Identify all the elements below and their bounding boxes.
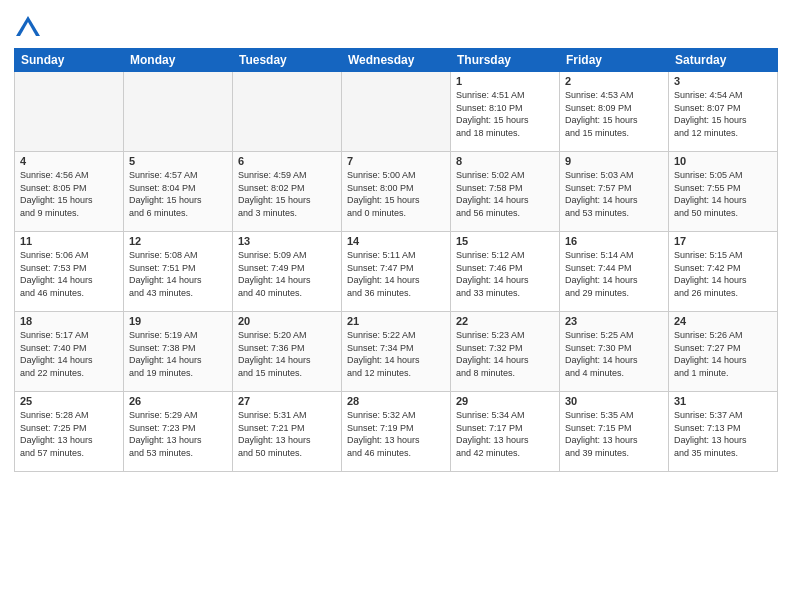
day-number: 2	[565, 75, 663, 87]
weekday-header-thursday: Thursday	[451, 49, 560, 72]
day-cell	[342, 72, 451, 152]
day-cell	[15, 72, 124, 152]
weekday-header-saturday: Saturday	[669, 49, 778, 72]
day-number: 9	[565, 155, 663, 167]
day-info: Sunrise: 5:11 AM Sunset: 7:47 PM Dayligh…	[347, 249, 445, 299]
day-info: Sunrise: 5:29 AM Sunset: 7:23 PM Dayligh…	[129, 409, 227, 459]
day-cell: 25Sunrise: 5:28 AM Sunset: 7:25 PM Dayli…	[15, 392, 124, 472]
day-cell: 18Sunrise: 5:17 AM Sunset: 7:40 PM Dayli…	[15, 312, 124, 392]
day-number: 30	[565, 395, 663, 407]
day-number: 11	[20, 235, 118, 247]
day-info: Sunrise: 5:05 AM Sunset: 7:55 PM Dayligh…	[674, 169, 772, 219]
day-number: 7	[347, 155, 445, 167]
day-number: 27	[238, 395, 336, 407]
day-number: 20	[238, 315, 336, 327]
day-cell: 11Sunrise: 5:06 AM Sunset: 7:53 PM Dayli…	[15, 232, 124, 312]
weekday-header-wednesday: Wednesday	[342, 49, 451, 72]
week-row-0: 1Sunrise: 4:51 AM Sunset: 8:10 PM Daylig…	[15, 72, 778, 152]
day-info: Sunrise: 5:35 AM Sunset: 7:15 PM Dayligh…	[565, 409, 663, 459]
day-info: Sunrise: 5:03 AM Sunset: 7:57 PM Dayligh…	[565, 169, 663, 219]
day-info: Sunrise: 5:23 AM Sunset: 7:32 PM Dayligh…	[456, 329, 554, 379]
day-number: 3	[674, 75, 772, 87]
day-number: 13	[238, 235, 336, 247]
day-info: Sunrise: 5:37 AM Sunset: 7:13 PM Dayligh…	[674, 409, 772, 459]
day-number: 8	[456, 155, 554, 167]
day-cell: 8Sunrise: 5:02 AM Sunset: 7:58 PM Daylig…	[451, 152, 560, 232]
day-number: 6	[238, 155, 336, 167]
day-number: 1	[456, 75, 554, 87]
day-info: Sunrise: 4:53 AM Sunset: 8:09 PM Dayligh…	[565, 89, 663, 139]
day-number: 19	[129, 315, 227, 327]
weekday-header-friday: Friday	[560, 49, 669, 72]
day-cell: 28Sunrise: 5:32 AM Sunset: 7:19 PM Dayli…	[342, 392, 451, 472]
weekday-header-row: SundayMondayTuesdayWednesdayThursdayFrid…	[15, 49, 778, 72]
day-cell: 12Sunrise: 5:08 AM Sunset: 7:51 PM Dayli…	[124, 232, 233, 312]
day-cell: 17Sunrise: 5:15 AM Sunset: 7:42 PM Dayli…	[669, 232, 778, 312]
weekday-header-tuesday: Tuesday	[233, 49, 342, 72]
day-number: 16	[565, 235, 663, 247]
week-row-3: 18Sunrise: 5:17 AM Sunset: 7:40 PM Dayli…	[15, 312, 778, 392]
day-cell: 6Sunrise: 4:59 AM Sunset: 8:02 PM Daylig…	[233, 152, 342, 232]
day-info: Sunrise: 4:54 AM Sunset: 8:07 PM Dayligh…	[674, 89, 772, 139]
day-info: Sunrise: 5:14 AM Sunset: 7:44 PM Dayligh…	[565, 249, 663, 299]
day-number: 23	[565, 315, 663, 327]
day-number: 22	[456, 315, 554, 327]
day-number: 29	[456, 395, 554, 407]
day-number: 17	[674, 235, 772, 247]
day-info: Sunrise: 5:08 AM Sunset: 7:51 PM Dayligh…	[129, 249, 227, 299]
day-number: 31	[674, 395, 772, 407]
day-cell: 31Sunrise: 5:37 AM Sunset: 7:13 PM Dayli…	[669, 392, 778, 472]
logo-icon	[14, 14, 42, 42]
week-row-2: 11Sunrise: 5:06 AM Sunset: 7:53 PM Dayli…	[15, 232, 778, 312]
day-info: Sunrise: 5:15 AM Sunset: 7:42 PM Dayligh…	[674, 249, 772, 299]
day-cell: 20Sunrise: 5:20 AM Sunset: 7:36 PM Dayli…	[233, 312, 342, 392]
day-info: Sunrise: 5:17 AM Sunset: 7:40 PM Dayligh…	[20, 329, 118, 379]
day-cell: 10Sunrise: 5:05 AM Sunset: 7:55 PM Dayli…	[669, 152, 778, 232]
day-cell: 3Sunrise: 4:54 AM Sunset: 8:07 PM Daylig…	[669, 72, 778, 152]
day-info: Sunrise: 5:20 AM Sunset: 7:36 PM Dayligh…	[238, 329, 336, 379]
day-info: Sunrise: 4:57 AM Sunset: 8:04 PM Dayligh…	[129, 169, 227, 219]
day-info: Sunrise: 5:32 AM Sunset: 7:19 PM Dayligh…	[347, 409, 445, 459]
day-number: 5	[129, 155, 227, 167]
day-cell: 2Sunrise: 4:53 AM Sunset: 8:09 PM Daylig…	[560, 72, 669, 152]
week-row-1: 4Sunrise: 4:56 AM Sunset: 8:05 PM Daylig…	[15, 152, 778, 232]
day-number: 15	[456, 235, 554, 247]
day-cell	[124, 72, 233, 152]
day-cell: 9Sunrise: 5:03 AM Sunset: 7:57 PM Daylig…	[560, 152, 669, 232]
day-number: 28	[347, 395, 445, 407]
day-cell: 14Sunrise: 5:11 AM Sunset: 7:47 PM Dayli…	[342, 232, 451, 312]
day-info: Sunrise: 5:02 AM Sunset: 7:58 PM Dayligh…	[456, 169, 554, 219]
calendar: SundayMondayTuesdayWednesdayThursdayFrid…	[14, 48, 778, 472]
weekday-header-sunday: Sunday	[15, 49, 124, 72]
day-cell: 21Sunrise: 5:22 AM Sunset: 7:34 PM Dayli…	[342, 312, 451, 392]
day-info: Sunrise: 4:56 AM Sunset: 8:05 PM Dayligh…	[20, 169, 118, 219]
day-number: 25	[20, 395, 118, 407]
day-info: Sunrise: 5:25 AM Sunset: 7:30 PM Dayligh…	[565, 329, 663, 379]
day-cell: 26Sunrise: 5:29 AM Sunset: 7:23 PM Dayli…	[124, 392, 233, 472]
day-info: Sunrise: 5:06 AM Sunset: 7:53 PM Dayligh…	[20, 249, 118, 299]
day-cell: 27Sunrise: 5:31 AM Sunset: 7:21 PM Dayli…	[233, 392, 342, 472]
weekday-header-monday: Monday	[124, 49, 233, 72]
day-cell: 23Sunrise: 5:25 AM Sunset: 7:30 PM Dayli…	[560, 312, 669, 392]
day-info: Sunrise: 5:22 AM Sunset: 7:34 PM Dayligh…	[347, 329, 445, 379]
week-row-4: 25Sunrise: 5:28 AM Sunset: 7:25 PM Dayli…	[15, 392, 778, 472]
day-info: Sunrise: 5:34 AM Sunset: 7:17 PM Dayligh…	[456, 409, 554, 459]
day-cell	[233, 72, 342, 152]
day-info: Sunrise: 5:31 AM Sunset: 7:21 PM Dayligh…	[238, 409, 336, 459]
day-info: Sunrise: 5:09 AM Sunset: 7:49 PM Dayligh…	[238, 249, 336, 299]
day-info: Sunrise: 4:59 AM Sunset: 8:02 PM Dayligh…	[238, 169, 336, 219]
day-info: Sunrise: 5:26 AM Sunset: 7:27 PM Dayligh…	[674, 329, 772, 379]
page: SundayMondayTuesdayWednesdayThursdayFrid…	[0, 0, 792, 482]
day-info: Sunrise: 5:00 AM Sunset: 8:00 PM Dayligh…	[347, 169, 445, 219]
day-cell: 15Sunrise: 5:12 AM Sunset: 7:46 PM Dayli…	[451, 232, 560, 312]
day-cell: 16Sunrise: 5:14 AM Sunset: 7:44 PM Dayli…	[560, 232, 669, 312]
day-number: 18	[20, 315, 118, 327]
logo	[14, 14, 46, 42]
day-number: 24	[674, 315, 772, 327]
day-cell: 4Sunrise: 4:56 AM Sunset: 8:05 PM Daylig…	[15, 152, 124, 232]
header	[14, 10, 778, 42]
day-cell: 13Sunrise: 5:09 AM Sunset: 7:49 PM Dayli…	[233, 232, 342, 312]
day-number: 10	[674, 155, 772, 167]
day-cell: 5Sunrise: 4:57 AM Sunset: 8:04 PM Daylig…	[124, 152, 233, 232]
day-info: Sunrise: 5:28 AM Sunset: 7:25 PM Dayligh…	[20, 409, 118, 459]
